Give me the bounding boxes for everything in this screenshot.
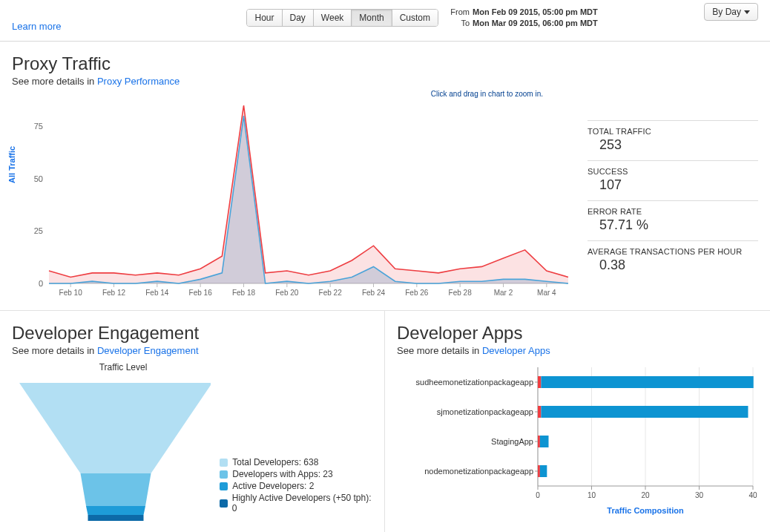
svg-rect-51 bbox=[538, 376, 541, 388]
svg-text:Feb 26: Feb 26 bbox=[405, 289, 429, 297]
proxy-traffic-chart[interactable]: All Traffic 0255075Feb 10Feb 12Feb 14Feb… bbox=[12, 98, 576, 306]
apps-subtext-prefix: See more details in bbox=[397, 345, 482, 356]
svg-marker-29 bbox=[19, 383, 211, 473]
from-label: From bbox=[449, 7, 470, 17]
svg-text:Feb 14: Feb 14 bbox=[145, 289, 169, 297]
tab-week[interactable]: Week bbox=[314, 10, 352, 26]
stat-value: 253 bbox=[588, 137, 758, 153]
svg-text:sudheemonetizationpackageapp: sudheemonetizationpackageapp bbox=[416, 378, 533, 387]
svg-text:Mar 2: Mar 2 bbox=[494, 289, 513, 297]
caret-down-icon bbox=[744, 10, 750, 14]
funnel-legend: Total Developers: 638Developers with App… bbox=[220, 457, 372, 524]
legend-swatch bbox=[220, 470, 228, 479]
svg-text:0: 0 bbox=[536, 491, 540, 499]
proxy-performance-link[interactable]: Proxy Performance bbox=[97, 76, 180, 87]
svg-text:Feb 16: Feb 16 bbox=[189, 289, 213, 297]
time-range-segmented: Hour Day Week Month Custom bbox=[246, 9, 438, 27]
svg-text:75: 75 bbox=[34, 122, 43, 131]
developer-apps-title: Developer Apps bbox=[397, 323, 758, 344]
legend-swatch bbox=[220, 499, 228, 508]
stat-label: SUCCESS bbox=[588, 167, 758, 176]
svg-rect-56 bbox=[541, 406, 748, 418]
learn-more-link[interactable]: Learn more bbox=[12, 21, 61, 32]
svg-text:Feb 12: Feb 12 bbox=[102, 289, 126, 297]
stat-value: 57.71 % bbox=[588, 217, 758, 233]
svg-text:0: 0 bbox=[39, 279, 43, 288]
to-label: To bbox=[449, 18, 470, 28]
svg-text:StagingApp: StagingApp bbox=[491, 437, 533, 446]
legend-row: Developers with Apps: 23 bbox=[220, 469, 372, 479]
stat-value: 0.38 bbox=[588, 257, 758, 273]
tab-month[interactable]: Month bbox=[352, 10, 392, 26]
legend-row: Active Developers: 2 bbox=[220, 481, 372, 491]
developer-engagement-title: Developer Engagement bbox=[12, 323, 372, 344]
stat-item: TOTAL TRAFFIC253 bbox=[588, 120, 758, 160]
proxy-subtext-prefix: See more details in bbox=[12, 76, 97, 87]
legend-row: Total Developers: 638 bbox=[220, 457, 372, 467]
svg-rect-63 bbox=[538, 465, 540, 477]
svg-text:40: 40 bbox=[748, 491, 757, 499]
svg-text:Feb 24: Feb 24 bbox=[362, 289, 386, 297]
svg-rect-52 bbox=[541, 376, 753, 388]
legend-swatch bbox=[220, 482, 228, 490]
proxy-stats: TOTAL TRAFFIC253SUCCESS107ERROR RATE57.7… bbox=[576, 98, 758, 306]
svg-rect-64 bbox=[540, 465, 547, 477]
legend-label: Total Developers: 638 bbox=[232, 457, 318, 467]
developer-apps-chart[interactable]: 010203040sudheemonetizationpackageappsjm… bbox=[397, 364, 760, 519]
svg-rect-55 bbox=[538, 406, 541, 418]
svg-text:Feb 28: Feb 28 bbox=[449, 289, 473, 297]
svg-text:sjmonetizationpackageapp: sjmonetizationpackageapp bbox=[437, 407, 533, 416]
svg-rect-60 bbox=[540, 436, 549, 447]
granularity-label: By Day bbox=[712, 7, 741, 17]
svg-text:Feb 20: Feb 20 bbox=[275, 289, 299, 297]
svg-text:10: 10 bbox=[588, 491, 596, 499]
svg-text:Traffic Composition: Traffic Composition bbox=[607, 506, 684, 515]
proxy-traffic-section: Proxy Traffic See more details in Proxy … bbox=[0, 42, 770, 311]
y-axis-label: All Traffic bbox=[7, 146, 16, 183]
svg-text:Mar 4: Mar 4 bbox=[537, 289, 556, 297]
stat-item: ERROR RATE57.71 % bbox=[588, 200, 758, 240]
developer-apps-link[interactable]: Developer Apps bbox=[482, 345, 550, 356]
svg-marker-32 bbox=[88, 515, 144, 521]
date-range-display: FromMon Feb 09 2015, 05:00 pm MDT ToMon … bbox=[449, 7, 598, 28]
svg-text:50: 50 bbox=[34, 174, 43, 183]
zoom-hint: Click and drag in chart to zoom in. bbox=[12, 90, 543, 98]
svg-text:25: 25 bbox=[34, 226, 43, 235]
legend-label: Developers with Apps: 23 bbox=[232, 469, 332, 479]
tab-hour[interactable]: Hour bbox=[247, 10, 282, 26]
proxy-traffic-title: Proxy Traffic bbox=[12, 53, 758, 74]
funnel-title: Traffic Level bbox=[27, 362, 220, 372]
top-controls: Learn more Hour Day Week Month Custom Fr… bbox=[0, 0, 770, 42]
tab-custom[interactable]: Custom bbox=[392, 10, 438, 26]
svg-marker-30 bbox=[81, 473, 151, 506]
svg-text:Feb 10: Feb 10 bbox=[59, 289, 83, 297]
legend-swatch bbox=[220, 459, 228, 467]
svg-text:30: 30 bbox=[695, 491, 704, 499]
stat-value: 107 bbox=[588, 177, 758, 193]
svg-marker-31 bbox=[86, 506, 145, 515]
stat-label: AVERAGE TRANSACTIONS PER HOUR bbox=[588, 247, 758, 256]
stat-item: SUCCESS107 bbox=[588, 160, 758, 200]
granularity-dropdown[interactable]: By Day bbox=[704, 3, 758, 21]
svg-rect-59 bbox=[538, 436, 540, 447]
funnel-chart[interactable] bbox=[12, 375, 211, 524]
stat-label: TOTAL TRAFFIC bbox=[588, 127, 758, 136]
engagement-subtext-prefix: See more details in bbox=[12, 345, 97, 356]
bottom-row: Developer Engagement See more details in… bbox=[0, 311, 770, 532]
tab-day[interactable]: Day bbox=[283, 10, 314, 26]
legend-label: Active Developers: 2 bbox=[232, 481, 314, 491]
developer-engagement-link[interactable]: Developer Engagement bbox=[97, 345, 199, 356]
svg-text:Feb 22: Feb 22 bbox=[319, 289, 343, 297]
stat-item: AVERAGE TRANSACTIONS PER HOUR0.38 bbox=[588, 240, 758, 280]
developer-apps-section: Developer Apps See more details in Devel… bbox=[385, 311, 770, 532]
legend-label: Highly Active Developers (+50 tph): 0 bbox=[232, 493, 372, 513]
to-value: Mon Mar 09 2015, 06:00 pm MDT bbox=[473, 19, 598, 27]
svg-text:Feb 18: Feb 18 bbox=[232, 289, 256, 297]
developer-engagement-section: Developer Engagement See more details in… bbox=[0, 311, 385, 532]
legend-row: Highly Active Developers (+50 tph): 0 bbox=[220, 493, 372, 513]
stat-label: ERROR RATE bbox=[588, 207, 758, 216]
svg-text:20: 20 bbox=[641, 491, 650, 499]
svg-text:nodemonetizationpackageapp: nodemonetizationpackageapp bbox=[424, 467, 533, 476]
from-value: Mon Feb 09 2015, 05:00 pm MDT bbox=[473, 7, 598, 16]
